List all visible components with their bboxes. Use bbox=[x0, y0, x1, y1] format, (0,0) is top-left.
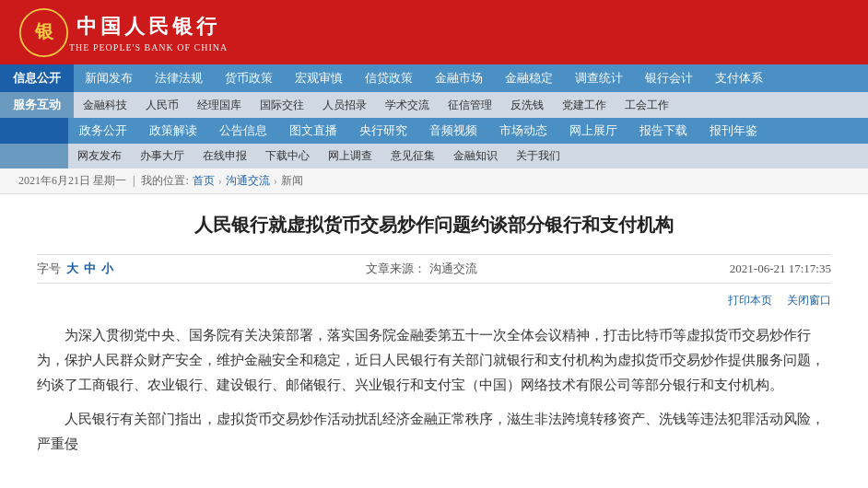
article-title: 人民银行就虚拟货币交易炒作问题约谈部分银行和支付机构 bbox=[37, 213, 831, 238]
nav-top-items-row2: 政务公开 政策解读 公告信息 图文直播 央行研究 音频视频 市场动态 网上展厅 … bbox=[68, 118, 868, 144]
nav-rmb[interactable]: 人民币 bbox=[136, 92, 188, 118]
nav-recruit[interactable]: 人员招录 bbox=[313, 92, 376, 118]
nav-market-dyn[interactable]: 市场动态 bbox=[488, 118, 558, 144]
nav-market[interactable]: 金融市场 bbox=[424, 64, 494, 92]
nav-netizen[interactable]: 网友发布 bbox=[68, 144, 131, 168]
nav-credit-mgmt[interactable]: 征信管理 bbox=[439, 92, 501, 118]
breadcrumb-home[interactable]: 首页 bbox=[193, 173, 215, 189]
nav-top-row1: 信息公开 新闻发布 法律法规 货币政策 宏观审慎 信贷政策 金融市场 金融稳定 … bbox=[0, 64, 868, 92]
nav-bottom-row2: 网友发布 办事大厅 在线申报 下载中心 网上调查 意见征集 金融知识 关于我们 bbox=[0, 144, 868, 168]
header-titles: 中国人民银行 THE PEOPLE'S BANK OF CHINA bbox=[69, 13, 228, 52]
nav-download[interactable]: 下载中心 bbox=[256, 144, 319, 168]
nav-research[interactable]: 央行研究 bbox=[348, 118, 418, 144]
article-date: 2021-06-21 17:17:35 bbox=[730, 261, 831, 276]
nav-report-dl[interactable]: 报告下载 bbox=[628, 118, 698, 144]
nav-news[interactable]: 新闻发布 bbox=[74, 64, 144, 92]
bank-name-en: THE PEOPLE'S BANK OF CHINA bbox=[69, 42, 228, 52]
breadcrumb-arrow2: › bbox=[274, 174, 277, 188]
nav-law[interactable]: 法律法规 bbox=[144, 64, 214, 92]
nav-intl[interactable]: 国际交往 bbox=[251, 92, 313, 118]
nav-accounting[interactable]: 银行会计 bbox=[634, 64, 704, 92]
nav-fintech[interactable]: 金融科技 bbox=[74, 92, 136, 118]
nav-union[interactable]: 工会工作 bbox=[616, 92, 678, 118]
nav-bottom-items-row2: 网友发布 办事大厅 在线申报 下载中心 网上调查 意见征集 金融知识 关于我们 bbox=[68, 144, 868, 168]
article-actions: 打印本页 关闭窗口 bbox=[37, 293, 831, 308]
nav-bottom-items-row1: 金融科技 人民币 经理国库 国际交往 人员招录 学术交流 征信管理 反洗钱 党建… bbox=[74, 92, 868, 118]
nav-fin-knowledge[interactable]: 金融知识 bbox=[444, 144, 507, 168]
breadcrumb-level2: 新闻 bbox=[281, 173, 303, 189]
nav-label-service: 服务互动 bbox=[0, 92, 74, 118]
font-large-btn[interactable]: 大 bbox=[66, 261, 78, 277]
font-size-control: 字号 大 中 小 bbox=[37, 261, 113, 277]
breadcrumb-arrow1: › bbox=[218, 174, 222, 188]
nav-audio[interactable]: 音频视频 bbox=[418, 118, 488, 144]
breadcrumb-date: 2021年6月21日 星期一 bbox=[18, 173, 126, 189]
nav-about[interactable]: 关于我们 bbox=[507, 144, 569, 168]
nav-gov-open[interactable]: 政务公开 bbox=[68, 118, 138, 144]
nav-survey[interactable]: 调查统计 bbox=[564, 64, 634, 92]
nav-bottom-row1: 服务互动 金融科技 人民币 经理国库 国际交往 人员招录 学术交流 征信管理 反… bbox=[0, 92, 868, 118]
nav-treasury[interactable]: 经理国库 bbox=[188, 92, 251, 118]
breadcrumb-sep1: | bbox=[130, 174, 137, 188]
nav-credit[interactable]: 信贷政策 bbox=[354, 64, 424, 92]
nav-service-hall[interactable]: 办事大厅 bbox=[131, 144, 194, 168]
nav-policy-interp[interactable]: 政策解读 bbox=[138, 118, 208, 144]
nav-journal[interactable]: 报刊年鉴 bbox=[698, 118, 768, 144]
article-paragraph-2: 人民银行有关部门指出，虚拟货币交易炒作活动扰乱经济金融正常秩序，滋生非法跨境转移… bbox=[37, 407, 831, 457]
article-paragraph-1: 为深入贯彻党中央、国务院有关决策部署，落实国务院金融委第五十一次全体会议精神，打… bbox=[37, 323, 831, 398]
article-meta: 字号 大 中 小 文章来源： 沟通交流 2021-06-21 17:17:35 bbox=[37, 254, 831, 284]
page-header: 银 中国人民银行 THE PEOPLE'S BANK OF CHINA bbox=[0, 0, 868, 64]
nav-livestream[interactable]: 图文直播 bbox=[278, 118, 348, 144]
font-small-btn[interactable]: 小 bbox=[101, 261, 113, 277]
article-source: 文章来源： 沟通交流 bbox=[366, 261, 476, 277]
article-body: 为深入贯彻党中央、国务院有关决策部署，落实国务院金融委第五十一次全体会议精神，打… bbox=[37, 323, 831, 457]
svg-text:银: 银 bbox=[34, 21, 54, 41]
nav-survey2[interactable]: 网上调查 bbox=[319, 144, 381, 168]
nav-aml[interactable]: 反洗钱 bbox=[501, 92, 553, 118]
nav-online-hall[interactable]: 网上展厅 bbox=[558, 118, 628, 144]
breadcrumb-level1[interactable]: 沟通交流 bbox=[226, 173, 270, 189]
font-medium-btn[interactable]: 中 bbox=[84, 261, 96, 277]
nav-label-info: 信息公开 bbox=[0, 64, 74, 92]
breadcrumb: 2021年6月21日 星期一 | 我的位置: 首页 › 沟通交流 › 新闻 bbox=[0, 168, 868, 194]
print-link[interactable]: 打印本页 bbox=[728, 293, 772, 308]
nav-stability[interactable]: 金融稳定 bbox=[494, 64, 564, 92]
bank-name-cn: 中国人民银行 bbox=[76, 13, 220, 41]
nav-academic[interactable]: 学术交流 bbox=[376, 92, 439, 118]
source-label: 文章来源： bbox=[366, 261, 426, 275]
nav-top-items-row1: 新闻发布 法律法规 货币政策 宏观审慎 信贷政策 金融市场 金融稳定 调查统计 … bbox=[74, 64, 868, 92]
main-content: 人民银行就虚拟货币交易炒作问题约谈部分银行和支付机构 字号 大 中 小 文章来源… bbox=[0, 194, 868, 484]
nav-top-row2: 政务公开 政策解读 公告信息 图文直播 央行研究 音频视频 市场动态 网上展厅 … bbox=[0, 118, 868, 144]
nav-monetary[interactable]: 货币政策 bbox=[214, 64, 284, 92]
nav-payment[interactable]: 支付体系 bbox=[704, 64, 774, 92]
nav-comments[interactable]: 意见征集 bbox=[381, 144, 444, 168]
breadcrumb-location-label: 我的位置: bbox=[141, 173, 188, 189]
close-link[interactable]: 关闭窗口 bbox=[787, 293, 831, 308]
font-label: 字号 bbox=[37, 261, 61, 277]
pboc-logo-icon: 银 bbox=[18, 7, 69, 58]
nav-notice[interactable]: 公告信息 bbox=[208, 118, 278, 144]
source-value: 沟通交流 bbox=[429, 261, 477, 275]
nav-online-report[interactable]: 在线申报 bbox=[194, 144, 256, 168]
nav-macro[interactable]: 宏观审慎 bbox=[284, 64, 354, 92]
nav-party[interactable]: 党建工作 bbox=[553, 92, 616, 118]
